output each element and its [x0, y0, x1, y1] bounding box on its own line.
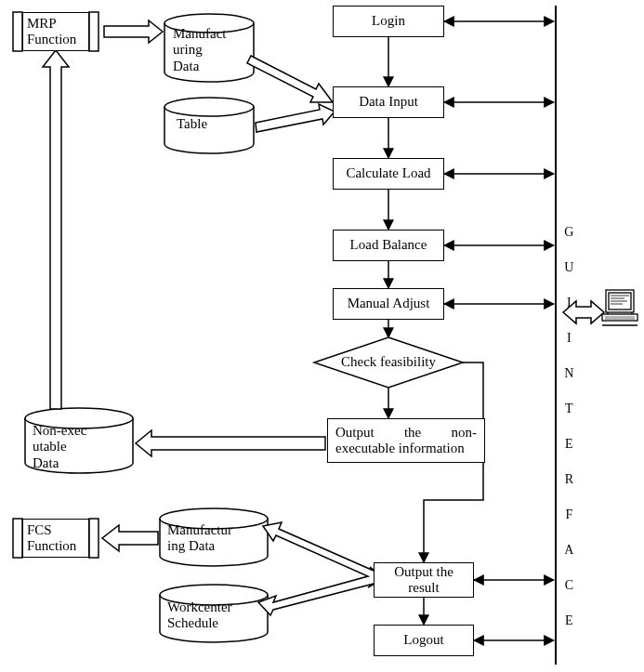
fcs-function-label: FCS Function	[27, 522, 85, 555]
load-balance-box: Load Balance	[333, 230, 444, 261]
svg-rect-9	[89, 519, 99, 558]
calculate-load-box: Calculate Load	[333, 158, 444, 190]
gui-interface-text: G U I I N T E R F A C E	[560, 225, 576, 631]
output-result-box: Output the result	[374, 562, 474, 598]
output-nonexec-box: Output the non-executable information	[327, 418, 485, 463]
flow-arrows	[388, 37, 483, 625]
mrp-function-label: MRP Function	[27, 16, 85, 48]
workcenter-label: Workcenter Schedule	[167, 600, 260, 632]
svg-point-1	[164, 98, 254, 116]
manual-adjust-box: Manual Adjust	[333, 288, 444, 320]
mfg-data-bottom-label: Manufactur ing Data	[167, 522, 260, 555]
data-input-label: Data Input	[359, 94, 418, 110]
table-label: Table	[177, 116, 207, 132]
svg-rect-25	[609, 293, 631, 310]
load-balance-label: Load Balance	[350, 237, 427, 253]
svg-rect-7	[89, 12, 99, 51]
svg-rect-24	[606, 290, 634, 312]
gui-interface-label: G U I I N T E R F A C E	[560, 209, 573, 647]
login-label: Login	[372, 13, 405, 29]
logout-label: Logout	[403, 632, 443, 648]
calculate-load-label: Calculate Load	[346, 165, 430, 181]
mfg-data-top-label: Manufact uring Data	[173, 26, 245, 74]
gui-bi-arrows	[444, 21, 554, 640]
login-box: Login	[333, 6, 444, 37]
svg-rect-26	[602, 314, 637, 321]
fcs-function-box: FCS Function	[22, 519, 89, 558]
logout-box: Logout	[374, 625, 474, 656]
svg-rect-8	[13, 519, 22, 558]
mrp-function-box: MRP Function	[22, 12, 89, 51]
nonexec-data-label: Non-exec utable Data	[33, 423, 116, 471]
block-arrows	[43, 20, 604, 615]
manual-adjust-label: Manual Adjust	[348, 296, 430, 311]
computer-icon	[602, 290, 637, 325]
output-nonexec-label: Output the non-executable information	[335, 425, 477, 457]
check-feasibility-label: Check feasibility	[323, 354, 453, 370]
svg-rect-6	[13, 12, 22, 51]
output-result-label: Output the result	[378, 564, 469, 597]
data-input-box: Data Input	[333, 86, 444, 118]
